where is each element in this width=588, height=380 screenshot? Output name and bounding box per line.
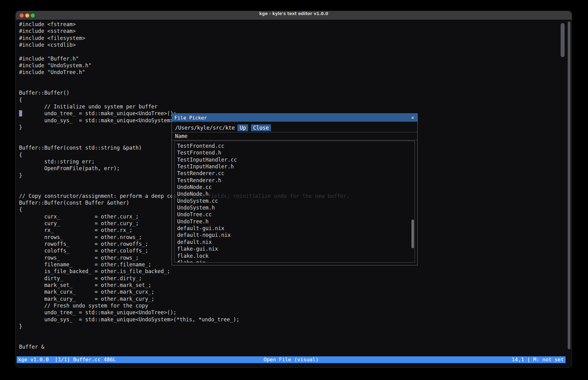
window-scrollbar-track[interactable] — [568, 22, 570, 349]
window-title: kge - kyle's text editor v1.0.0 — [16, 11, 572, 20]
file-item[interactable]: TestRenderer.cc — [177, 170, 415, 177]
file-item[interactable]: TestFrontend.h — [177, 149, 415, 156]
file-item[interactable]: UndoNode.cc — [177, 184, 415, 190]
file-item[interactable]: UndoTree.h — [177, 218, 415, 225]
file-item[interactable]: default-gui.nix — [177, 225, 415, 232]
window-titlebar: kge - kyle's text editor v1.0.0 — [16, 11, 572, 20]
text-cursor — [19, 110, 22, 116]
file-item[interactable]: UndoNode.h — [177, 190, 415, 197]
file-list-scrollbar-thumb[interactable] — [411, 220, 414, 248]
status-center: Open File (visual) — [264, 356, 319, 363]
close-button[interactable]: Close — [251, 124, 271, 131]
file-picker-dialog: File Picker ✕ /Users/kyle/src/kte Up Clo… — [172, 113, 418, 265]
separator — [172, 132, 417, 132]
file-list[interactable]: TestFrontend.ccTestFrontend.hTestInputHa… — [174, 141, 415, 263]
up-button[interactable]: Up — [237, 124, 248, 131]
path-row: /Users/kyle/src/kte Up Close — [175, 124, 414, 131]
separator — [172, 140, 417, 140]
file-item[interactable]: UndoSystem.cc — [177, 198, 415, 204]
file-item[interactable]: TestInputHandler.h — [177, 163, 415, 170]
file-item[interactable]: TestInputHandler.cc — [177, 156, 415, 163]
status-right: 14,1 | M: not set — [512, 356, 564, 363]
file-picker-titlebar[interactable]: File Picker ✕ — [172, 114, 417, 122]
file-item[interactable]: UndoTree.cc — [177, 211, 415, 218]
column-header-name: Name — [175, 133, 188, 139]
file-item[interactable]: default.nix — [177, 239, 415, 245]
file-item[interactable]: flake-gui.nix — [177, 245, 415, 252]
editor-scrollbar-thumb[interactable] — [561, 23, 565, 57]
file-item[interactable]: TestFrontend.cc — [177, 143, 415, 149]
file-item[interactable]: flake.lock — [177, 253, 415, 259]
file-item[interactable]: UndoSystem.h — [177, 204, 415, 211]
current-path: /Users/kyle/src/kte — [175, 125, 235, 131]
close-icon[interactable]: ✕ — [411, 114, 414, 122]
status-left: kge v1.0.0 [1/1] Buffer.cc 486L — [18, 356, 116, 363]
file-item[interactable]: TestRenderer.h — [177, 177, 415, 184]
status-bar: kge v1.0.0 [1/1] Buffer.cc 486L Open Fil… — [17, 356, 566, 363]
app-window: kge - kyle's text editor v1.0.0 #include… — [15, 11, 572, 368]
file-item[interactable]: flake.nix — [177, 259, 415, 263]
file-picker-title: File Picker — [174, 115, 207, 121]
file-item[interactable]: default-nogui.nix — [177, 232, 415, 238]
